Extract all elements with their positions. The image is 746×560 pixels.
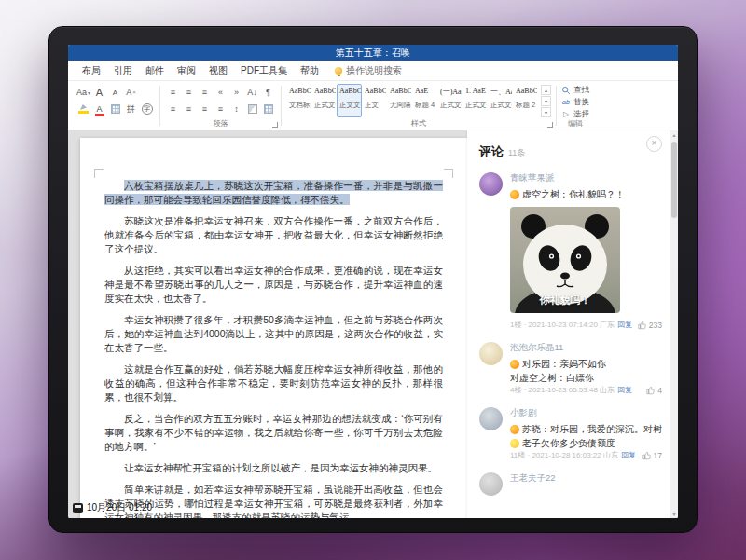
ribbon-tabs-row: 布局 引用 邮件 审阅 视图 PDF工具集 帮助 操作说明搜索 bbox=[68, 61, 678, 81]
tab-pdf-tools[interactable]: PDF工具集 bbox=[234, 62, 294, 79]
styles-scroll-up[interactable]: ▴ bbox=[541, 85, 551, 95]
page-text: 六枚宝箱摆放桌几上，苏晓这次开宝箱，准备操作一番，并非是与凯撒一同操作，那可能会… bbox=[104, 179, 443, 518]
increase-indent-button[interactable]: » bbox=[229, 85, 243, 100]
like-button[interactable]: 4 bbox=[646, 386, 662, 395]
tab-help[interactable]: 帮助 bbox=[294, 62, 325, 79]
calendar-icon bbox=[73, 503, 83, 513]
tab-layout[interactable]: 布局 bbox=[76, 62, 107, 79]
bullets-button[interactable]: ≡ bbox=[166, 85, 180, 100]
line-spacing-button[interactable]: ↕ bbox=[229, 102, 243, 116]
paragraph[interactable]: 苏晓这次是准备把幸运女神召来，双方合作操作一番，之前双方合作后，他就准备今后的宝… bbox=[104, 214, 443, 256]
sort-button[interactable]: A↓ bbox=[245, 85, 259, 100]
paragraph[interactable]: 反之，当合作的双方五五分账时，幸运女神那边的想法就变成：‘你可别有事啊，我家有不… bbox=[104, 412, 443, 454]
phonetic-guide-button[interactable]: 拼 bbox=[124, 102, 138, 116]
tab-view[interactable]: 视图 bbox=[202, 62, 234, 79]
comments-panel: × 评论 11条 青睐苹果派 虚空之树：你礼貌吗？！ bbox=[467, 130, 671, 518]
justify-button[interactable]: ≡ bbox=[214, 102, 228, 116]
paragraph-group: ≡ ≡ ≡ « » A↓ ¶ ≡ ≡ ≡ ≡ ↕ 段落 bbox=[161, 83, 280, 130]
paragraph[interactable]: 让幸运女神帮忙开宝箱的计划之所以破产，是因为幸运女神的神灵因果。 bbox=[104, 461, 443, 475]
align-left-button[interactable]: ≡ bbox=[166, 102, 180, 116]
styles-group: AaBbC文档标题 AaBbC正式文件标 AaBbC正文文件… AaBbCcD正… bbox=[283, 83, 555, 130]
align-center-button[interactable]: ≡ bbox=[182, 102, 196, 116]
show-marks-button[interactable]: ¶ bbox=[261, 85, 275, 100]
medal-icon bbox=[510, 425, 519, 434]
document-page[interactable]: 六枚宝箱摆放桌几上，苏晓这次开宝箱，准备操作一番，并非是与凯撒一同操作，那可能会… bbox=[80, 138, 467, 518]
reply-link[interactable]: 回复 bbox=[617, 320, 632, 330]
replace-icon: ab bbox=[561, 98, 571, 107]
tab-mailings[interactable]: 邮件 bbox=[139, 62, 171, 79]
scrollbar-thumb[interactable] bbox=[671, 142, 677, 218]
dialog-launcher-icon[interactable] bbox=[272, 122, 278, 128]
paragraph[interactable]: 六枚宝箱摆放桌几上，苏晓这次开宝箱，准备操作一番，并非是与凯撒一同操作，那可能会… bbox=[104, 179, 443, 207]
avatar[interactable] bbox=[479, 342, 503, 365]
styles-more-button[interactable]: ▾ bbox=[541, 107, 551, 117]
paragraph[interactable]: 从这拒绝，其实可以看出幸运女神的合作成果，更准确的说，现在幸运女神是最不希望苏晓… bbox=[104, 264, 443, 306]
search-icon bbox=[561, 86, 571, 95]
styles-gallery: AaBbC文档标题 AaBbC正式文件标 AaBbC正文文件… AaBbCcD正… bbox=[286, 84, 538, 117]
thumbs-up-icon bbox=[638, 321, 647, 330]
group-divider bbox=[159, 86, 160, 126]
style-chip-selected[interactable]: AaBbC正文文件… bbox=[337, 84, 362, 117]
borders-icon bbox=[264, 104, 273, 114]
paragraph[interactable]: 简单来讲就是，如若幸运女神帮苏晓开宝箱，虽说能开出高收益，但也会透支苏晓的运势，… bbox=[104, 483, 443, 518]
selected-text: 六枚宝箱摆放桌几上，苏晓这次开宝箱，准备操作一番，并非是与凯撒一同操作，那可能会… bbox=[104, 180, 443, 205]
reply-link[interactable]: 回复 bbox=[617, 385, 632, 395]
style-chip[interactable]: AaE标题 4 bbox=[412, 84, 437, 117]
align-right-button[interactable]: ≡ bbox=[198, 102, 212, 116]
scroll-down-icon[interactable]: ▾ bbox=[670, 511, 678, 517]
find-button[interactable]: 查找 bbox=[561, 84, 589, 96]
style-chip[interactable]: AaBbCcD无间隔 bbox=[387, 84, 412, 117]
shading-button[interactable] bbox=[245, 102, 259, 116]
window-titlebar: 第五十五章：召唤 bbox=[68, 45, 678, 61]
style-chip[interactable]: (一)AaE正式文件 4 bbox=[437, 84, 463, 117]
comment-item: 青睐苹果派 虚空之树：你礼貌吗？！ bbox=[479, 172, 662, 330]
style-chip[interactable]: 一、AaE正式文件… bbox=[488, 84, 513, 117]
clear-formatting-button[interactable]: A× bbox=[124, 85, 138, 100]
comments-title: 评论 bbox=[479, 143, 504, 160]
enclose-characters-button[interactable]: 字 bbox=[140, 102, 154, 116]
style-chip[interactable]: AaBbC标题 2 bbox=[513, 84, 538, 117]
panda-image[interactable]: 你礼貌吗！ bbox=[510, 207, 620, 313]
comment-meta: 11楼 · 2021-10-28 16:03:22 山东 bbox=[510, 450, 618, 460]
close-comments-button[interactable]: × bbox=[646, 136, 662, 152]
comment-text: 对虚空之树：白嫖你 bbox=[510, 371, 594, 385]
ribbon: Aa▾ A A A× A 拼 字 bbox=[68, 81, 678, 130]
scrollbar[interactable]: ▴ ▾ bbox=[670, 130, 678, 518]
medal-icon bbox=[510, 439, 519, 448]
comment-item: 泡泡尔乐晶11 对乐园：亲妈不如你 对虚空之树：白嫖你 4楼 · 2021-10… bbox=[479, 342, 662, 395]
character-border-button[interactable] bbox=[108, 102, 122, 116]
borders-button[interactable] bbox=[261, 102, 275, 116]
monitor-bezel: 第五十五章：召唤 布局 引用 邮件 审阅 视图 PDF工具集 帮助 操作说明搜索… bbox=[48, 26, 698, 533]
reply-link[interactable]: 回复 bbox=[621, 450, 636, 460]
tell-me-search[interactable]: 操作说明搜索 bbox=[335, 64, 402, 77]
style-chip[interactable]: AaBbC文档标题 bbox=[286, 84, 311, 117]
avatar[interactable] bbox=[479, 407, 503, 430]
change-case-button[interactable]: Aa▾ bbox=[76, 85, 90, 100]
style-chip[interactable]: AaBbC正式文件标 bbox=[311, 84, 337, 117]
scroll-up-icon[interactable]: ▴ bbox=[670, 131, 678, 138]
paragraph[interactable]: 这就是合作互赢的好处，倘若苏晓大幅度压榨幸运女神所得收益，那他的收益的确高，但这… bbox=[104, 362, 443, 404]
medal-icon bbox=[510, 360, 519, 369]
shrink-font-button[interactable]: A bbox=[108, 85, 122, 100]
grow-font-button[interactable]: A bbox=[92, 85, 106, 100]
tab-review[interactable]: 审阅 bbox=[171, 62, 202, 79]
like-button[interactable]: 233 bbox=[638, 321, 662, 330]
styles-scroll-down[interactable]: ▾ bbox=[541, 96, 551, 106]
comment-text: 苏晓：对乐园，我爱的深沉。对树： bbox=[522, 422, 662, 436]
avatar[interactable] bbox=[479, 472, 503, 496]
style-chip[interactable]: 1. AaE正式文件… bbox=[463, 84, 488, 117]
comment-author: 王老夫子22 bbox=[510, 472, 662, 485]
dialog-launcher-icon[interactable] bbox=[547, 122, 553, 128]
style-chip[interactable]: AaBbCcD正文 bbox=[362, 84, 387, 117]
comment-meta: 4楼 · 2021-10-23 05:53:48 山东 bbox=[510, 385, 615, 395]
decrease-indent-button[interactable]: « bbox=[214, 85, 228, 100]
like-button[interactable]: 17 bbox=[642, 451, 662, 460]
highlight-color-button[interactable] bbox=[76, 102, 90, 116]
font-color-button[interactable]: A bbox=[92, 102, 106, 116]
numbering-button[interactable]: ≡ bbox=[182, 85, 196, 100]
avatar[interactable] bbox=[479, 172, 503, 196]
paragraph[interactable]: 幸运女神积攒了很多年，才积攒50多滴幸运神血，但之前与苏晓合作两次后，她的幸运神… bbox=[104, 313, 443, 355]
replace-button[interactable]: ab 替换 bbox=[561, 96, 589, 108]
tab-references[interactable]: 引用 bbox=[107, 62, 139, 79]
multilevel-list-button[interactable]: ≡ bbox=[198, 85, 212, 100]
